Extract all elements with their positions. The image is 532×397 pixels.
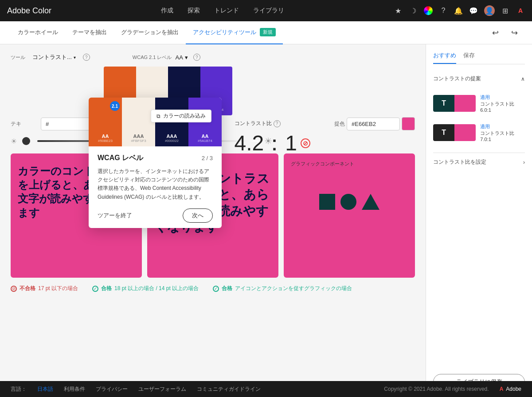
status-fail-item: ⊘ 不合格 17 pt 以下の場合 — [11, 285, 78, 292]
tool-help-icon[interactable]: ? — [83, 54, 90, 61]
set-contrast-ratio[interactable]: コントラスト比を設定 › — [433, 153, 525, 171]
text-color-input[interactable] — [41, 118, 94, 130]
bg-color-swatch[interactable] — [402, 117, 415, 130]
tooltip-next-button[interactable]: 次へ — [183, 208, 213, 223]
pass-detail-2: アイコンとアクションを促すグラフィックの場合 — [235, 285, 352, 292]
contrast-ratio-label: コントラスト比 ? — [235, 120, 310, 127]
wcag-bubble: 2.1 — [110, 101, 120, 111]
pass-label-2: 合格 — [222, 285, 232, 292]
footer-lang-link[interactable]: 日本語 — [37, 385, 53, 393]
subnav-color-wheel[interactable]: カラーホイール — [11, 21, 65, 44]
subnav-actions: ↩ ↪ — [489, 26, 521, 39]
tooltip-swatch-1: AAA #FBFSF3 — [122, 98, 155, 146]
nav-item-trend[interactable]: トレンド — [214, 7, 239, 15]
contrast-ratio-2: コントラスト比 7.0:1 — [480, 130, 525, 142]
contrast-suggestion-label: コントラストの提案 — [433, 75, 481, 83]
contrast-t-black-2: T — [433, 124, 454, 141]
adobe-icon: A — [516, 6, 525, 15]
star-icon[interactable]: ★ — [394, 6, 403, 15]
collapse-icon[interactable]: ∧ — [521, 76, 525, 82]
tooltip-skip-button[interactable]: ツアーを終了 — [98, 212, 132, 220]
fail-detail: 17 pt 以下の場合 — [38, 285, 78, 292]
bg-color-label: 提色 — [334, 120, 345, 128]
wcag-help-icon[interactable]: ? — [193, 54, 200, 61]
pass-label-1: 合格 — [101, 285, 112, 292]
new-badge: 新規 — [260, 28, 276, 36]
brightness-icon: ☀ — [11, 137, 17, 145]
footer-copyright: Copyright © 2021 Adobe. All rights reser… — [384, 386, 489, 392]
color-read-button[interactable]: ⧉ カラーの読み込み — [151, 110, 211, 122]
contrast-card-1: T 適用 コントラスト比 6.0:1 — [433, 94, 525, 113]
contrast-suggestion-header: コントラストの提案 ∧ — [433, 75, 525, 83]
circle-shape — [340, 194, 356, 210]
square-shape — [319, 194, 335, 210]
footer: 言語： 日本語 利用条件 プライバシー ユーザーフォーラム コミュニティガイドラ… — [0, 381, 532, 397]
main-layout: ツール コントラスト... ▾ ? WCAG 2.1 レベル AA ▾ ? AA… — [0, 44, 532, 397]
tab-saved[interactable]: 保存 — [463, 51, 475, 64]
contrast-ratio-help-icon[interactable]: ? — [274, 120, 281, 127]
app-logo: Adobe Color — [7, 6, 51, 16]
notification-icon[interactable]: 🔔 — [454, 6, 463, 15]
subnav-extract-theme[interactable]: テーマを抽出 — [65, 21, 114, 44]
avatar[interactable]: 👤 — [484, 5, 495, 16]
header-nav: 作成 探索 トレンド ライブラリ — [161, 7, 284, 15]
subnav: カラーホイール テーマを抽出 グラデーションを抽出 アクセシビリティツール 新規… — [0, 21, 532, 44]
status-pass-item-1: ✓ 合格 18 pt 以上の場合 / 14 pt 以上の場合 — [92, 285, 199, 292]
tool-select-arrow-icon: ▾ — [74, 55, 76, 60]
nav-item-library[interactable]: ライブラリ — [253, 7, 284, 15]
contrast-ratio-1: コントラスト比 6.0:1 — [480, 101, 525, 113]
pass-detail-1: 18 pt 以上の場合 / 14 pt 以上の場合 — [114, 285, 199, 292]
text-color-label: テキ — [11, 120, 37, 128]
grid-icon[interactable]: ⊞ — [501, 6, 510, 15]
tool-select[interactable]: コントラスト... ▾ — [32, 53, 76, 61]
subnav-accessibility[interactable]: アクセシビリティツール 新規 — [186, 21, 283, 44]
footer-adobe: A Adobe — [500, 386, 521, 392]
fail-label: 不合格 — [20, 285, 35, 292]
chat-icon[interactable]: 💬 — [469, 6, 478, 15]
pass-icon-2: ✓ — [213, 286, 219, 292]
contrast-pink-1 — [454, 95, 476, 112]
status-pass-item-2: ✓ 合格 アイコンとアクションを促すグラフィックの場合 — [213, 285, 352, 292]
nav-item-explore[interactable]: 探索 — [188, 7, 200, 15]
pass-icon-1: ✓ — [92, 286, 98, 292]
footer-link-forum[interactable]: ユーザーフォーラム — [138, 385, 186, 393]
redo-button[interactable]: ↪ — [508, 26, 521, 39]
chevron-right-icon: › — [523, 159, 525, 165]
apply-button-1[interactable]: 適用 — [480, 94, 525, 101]
tooltip-actions: ツアーを終了 次へ — [98, 208, 213, 223]
status-bar: ⊘ 不合格 17 pt 以下の場合 ✓ 合格 18 pt 以上の場合 / 14 … — [11, 281, 415, 292]
bg-color-input[interactable] — [347, 118, 400, 130]
header: Adobe Color 作成 探索 トレンド ライブラリ ★ ☽ ? 🔔 💬 👤… — [0, 0, 532, 21]
contrast-pink-2 — [454, 124, 476, 141]
footer-lang-prefix: 言語： — [11, 385, 27, 393]
footer-link-privacy[interactable]: プライバシー — [96, 385, 128, 393]
wcag-level-select[interactable]: AA ▾ — [175, 54, 188, 61]
bg-color-area: 提色 — [334, 117, 415, 130]
help-icon[interactable]: ? — [439, 6, 448, 15]
footer-link-community[interactable]: コミュニティガイドライン — [197, 385, 261, 393]
undo-button[interactable]: ↩ — [489, 26, 502, 39]
fail-icon: ⊘ — [11, 286, 17, 292]
footer-link-terms[interactable]: 利用条件 — [64, 385, 85, 393]
footer-adobe-label: Adobe — [506, 386, 521, 392]
subnav-extract-gradient[interactable]: グラデーションを抽出 — [114, 21, 186, 44]
tab-recommended[interactable]: おすすめ — [433, 51, 456, 64]
tooltip-counter: 2 / 3 — [202, 155, 213, 161]
tooltip-title: WCAG レベル — [98, 153, 143, 163]
color-wheel-icon[interactable] — [424, 6, 433, 15]
nav-item-create[interactable]: 作成 — [161, 7, 173, 15]
dark-dot — [22, 137, 30, 145]
tool-label: ツール — [11, 54, 25, 61]
tooltip-text: 選択したカラーを、インターネットにおけるアクセシビリティ対応のコンテンツのための… — [98, 167, 213, 201]
preview-graphic-card: グラフィックコンポーネント — [284, 153, 415, 278]
graphic-label: グラフィックコンポーネント — [291, 161, 408, 167]
contrast-ratio-section: コントラスト比 ? 4.2：1 ⊘ — [235, 120, 310, 157]
tool-section: ツール コントラスト... ▾ ? WCAG 2.1 レベル AA ▾ ? — [11, 53, 415, 61]
left-panel: ツール コントラスト... ▾ ? WCAG 2.1 レベル AA ▾ ? AA… — [0, 44, 426, 397]
apply-button-2[interactable]: 適用 — [480, 123, 525, 130]
graphic-shapes-container — [291, 194, 408, 210]
moon-icon[interactable]: ☽ — [409, 6, 418, 15]
contrast-fail-icon: ⊘ — [301, 138, 310, 148]
wcag-dropdown-icon: ▾ — [185, 54, 188, 61]
copy-icon: ⧉ — [156, 113, 160, 119]
